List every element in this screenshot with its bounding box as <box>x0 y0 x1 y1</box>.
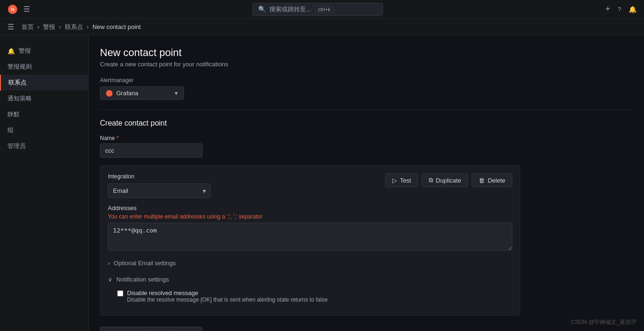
sidebar-item-notification-policies[interactable]: 通知策略 <box>0 91 88 106</box>
hamburger-icon[interactable]: ☰ <box>23 5 30 14</box>
duplicate-icon: ⧉ <box>429 176 433 184</box>
chevron-right-icon: › <box>108 260 110 267</box>
addresses-group: Addresses You can enter multiple email a… <box>108 204 512 252</box>
grafana-dot-icon <box>106 90 113 97</box>
breadcrumb-alerts[interactable]: 警报 <box>43 23 55 31</box>
hamburger-menu[interactable]: ☰ <box>7 22 14 31</box>
trash-icon: 🗑 <box>479 177 485 184</box>
watermark: CSDN @宇神城主_蒋浩宇 <box>571 318 637 326</box>
breadcrumb-contact-points[interactable]: 联系点 <box>65 23 83 31</box>
breadcrumb-sep-1: › <box>37 23 39 30</box>
sidebar-item-admin[interactable]: 管理员 <box>0 138 88 154</box>
content-area: New contact point Create a new contact p… <box>89 35 644 331</box>
grafana-logo: G <box>7 4 18 14</box>
section-divider-1 <box>100 109 633 110</box>
integration-actions: ▷ Test ⧉ Duplicate 🗑 Delete <box>385 173 512 187</box>
sidebar-item-silence[interactable]: 静默 <box>0 106 88 122</box>
sidebar-section-label: 警报 <box>19 47 31 55</box>
name-label: Name * <box>100 135 633 141</box>
add-integration-button[interactable]: + + Add contact point integration <box>100 327 202 331</box>
svg-text:G: G <box>11 7 14 12</box>
breadcrumb-home[interactable]: 首页 <box>21 23 34 31</box>
search-bar[interactable]: 🔍 搜索或跳转至... ctrl+k <box>252 3 383 16</box>
keyboard-shortcut: ctrl+k <box>315 6 334 13</box>
name-required-indicator: * <box>116 135 119 141</box>
integration-select-group: Integration Email Slack PagerDuty Webhoo… <box>108 173 211 198</box>
search-icon: 🔍 <box>258 6 266 13</box>
notification-settings-content: Disable resolved message Disable the res… <box>108 285 512 308</box>
create-section-title: Create contact point <box>100 119 633 127</box>
disable-resolved-checkbox[interactable] <box>117 290 123 296</box>
page-title: New contact point <box>100 47 633 59</box>
integration-header: Integration Email Slack PagerDuty Webhoo… <box>108 173 512 198</box>
notifications-icon[interactable]: 🔔 <box>629 6 637 13</box>
topbar: G ☰ 🔍 搜索或跳转至... ctrl+k + ? 🔔 <box>0 0 644 19</box>
plus-menu[interactable]: + <box>605 4 610 14</box>
optional-email-section: › Optional Email settings <box>108 258 512 268</box>
breadcrumb-current: New contact point <box>92 23 141 30</box>
disable-resolved-row: Disable resolved message Disable the res… <box>117 289 512 303</box>
chevron-down-icon-notif: ∨ <box>108 276 113 283</box>
integration-box: Integration Email Slack PagerDuty Webhoo… <box>100 165 520 316</box>
disable-resolved-hint: Disable the resolve message [OK] that is… <box>127 296 328 303</box>
sidebar: 🔔 警报 警报规则 联系点 通知策略 静默 组 管理员 <box>0 35 89 331</box>
duplicate-button[interactable]: ⧉ Duplicate <box>422 173 468 187</box>
test-button[interactable]: ▷ Test <box>385 173 418 187</box>
add-integration-section: + + Add contact point integration <box>100 323 633 331</box>
integration-select-wrapper: Email Slack PagerDuty Webhook <box>108 183 211 198</box>
integration-label: Integration <box>108 173 211 180</box>
optional-email-header[interactable]: › Optional Email settings <box>108 258 512 268</box>
sidebar-item-contact-points[interactable]: 联系点 <box>0 75 88 91</box>
name-input[interactable] <box>100 143 203 158</box>
notification-settings-section: ∨ Notification settings Disable resolved… <box>108 274 512 308</box>
chevron-down-icon: ▾ <box>175 90 178 97</box>
addresses-label: Addresses <box>108 204 512 211</box>
integration-select[interactable]: Email Slack PagerDuty Webhook <box>108 183 211 198</box>
optional-email-label: Optional Email settings <box>113 260 176 267</box>
notification-settings-label: Notification settings <box>116 276 169 283</box>
alertmanager-dropdown[interactable]: Grafana ▾ <box>100 86 184 100</box>
addresses-hint: You can enter multiple email addresses u… <box>108 213 512 220</box>
breadcrumb: ☰ 首页 › 警报 › 联系点 › New contact point <box>0 19 644 35</box>
alertmanager-section: Alertmanager Grafana ▾ <box>100 77 633 100</box>
sidebar-item-alert-rules[interactable]: 警报规则 <box>0 59 88 75</box>
breadcrumb-sep-3: › <box>87 23 89 30</box>
delete-button[interactable]: 🗑 Delete <box>472 173 512 187</box>
main-layout: 🔔 警报 警报规则 联系点 通知策略 静默 组 管理员 New contact … <box>0 35 644 331</box>
page-subtitle: Create a new contact point for your noti… <box>100 61 633 68</box>
alertmanager-value: Grafana <box>116 90 138 97</box>
addresses-textarea[interactable]: 12***@qq.com <box>108 223 512 251</box>
name-field-group: Name * <box>100 135 633 158</box>
topbar-left: G ☰ <box>7 4 30 14</box>
topbar-right: + ? 🔔 <box>605 4 637 14</box>
breadcrumb-sep-2: › <box>59 23 61 30</box>
search-placeholder-text: 搜索或跳转至... <box>269 5 311 14</box>
sidebar-item-groups[interactable]: 组 <box>0 122 88 138</box>
info-icon[interactable]: ? <box>618 6 621 13</box>
alertmanager-label: Alertmanager <box>100 77 633 84</box>
disable-resolved-label: Disable resolved message <box>127 289 328 296</box>
play-icon: ▷ <box>392 177 397 184</box>
topbar-search-area: 🔍 搜索或跳转至... ctrl+k <box>252 3 383 16</box>
sidebar-section-title: 🔔 警报 <box>0 43 88 59</box>
bell-icon: 🔔 <box>7 48 15 55</box>
notification-settings-header[interactable]: ∨ Notification settings <box>108 274 512 285</box>
